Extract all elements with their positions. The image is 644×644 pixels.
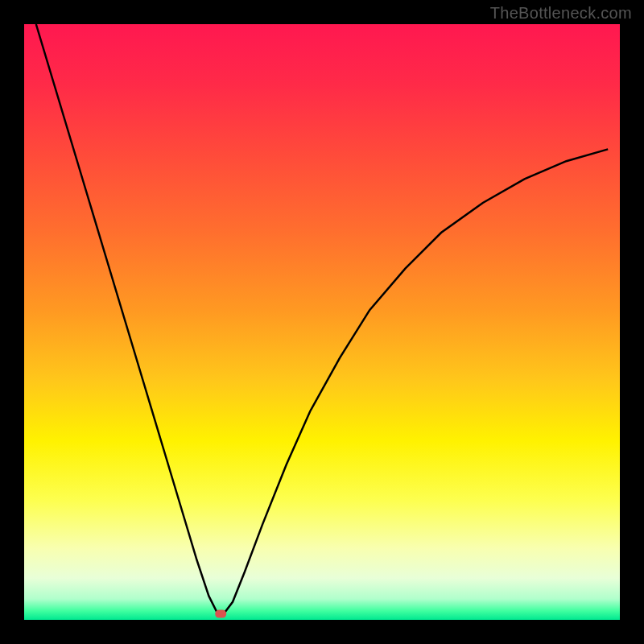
optimal-marker: [215, 610, 226, 618]
chart-container: TheBottleneck.com: [0, 0, 644, 644]
watermark-text: TheBottleneck.com: [490, 4, 632, 23]
plot-background: [24, 24, 620, 620]
bottleneck-chart: [0, 0, 644, 644]
